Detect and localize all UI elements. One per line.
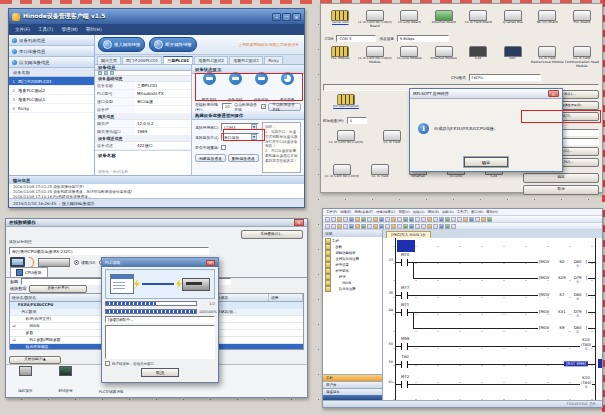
sidebar-section-devices[interactable]: 设备列表信息: [9, 35, 94, 46]
tool-button[interactable]: 时钟设置: [58, 366, 72, 396]
output-log-body[interactable]: 2016/11/08 17:01:25 设备连接信息打开!2016/11/08 …: [9, 184, 304, 198]
menu-item[interactable]: 管理(M): [61, 27, 77, 32]
device-tab[interactable]: Ricky: [264, 56, 283, 64]
interface-option[interactable]: Serial USB: [323, 10, 358, 34]
manual-detect-button[interactable]: 手动检测设备在线: [268, 103, 301, 111]
interval-input[interactable]: 10: [222, 103, 232, 110]
menu-item[interactable]: 帮助(H): [86, 27, 102, 32]
cancel-button[interactable]: 取消: [523, 185, 599, 195]
time-check-field[interactable]: 5: [347, 117, 367, 124]
ladder-editor-tab[interactable]: [PRG]写入 MAIN 1步: [386, 231, 431, 238]
toolbar-row-2[interactable]: [323, 223, 602, 230]
device-list-item[interactable]: 4 Ricky: [9, 104, 94, 113]
menu-item[interactable]: 编辑(E): [340, 210, 351, 214]
interface-option[interactable]: CC IE Field Board: [461, 10, 496, 34]
toolbar-row-1[interactable]: [323, 216, 602, 223]
menu-item[interactable]: 搜索/替换(F): [354, 210, 373, 214]
melsoft-ok-button[interactable]: 确定: [464, 157, 508, 167]
com-port-field[interactable]: COM 3: [336, 35, 376, 42]
network-option[interactable]: CC IE Cont NET/10(H): [323, 130, 369, 151]
property-row[interactable]: 网关通讯端口1989: [95, 128, 191, 136]
menu-item[interactable]: 文件(F): [15, 27, 30, 32]
close-button[interactable]: ✕: [292, 13, 301, 21]
interface-option[interactable]: PLC Board: [565, 10, 600, 34]
device-tab[interactable]: 西门子200PLC01: [122, 56, 162, 64]
cpu-module-tab[interactable]: CPU模块: [10, 267, 48, 277]
sidebar-section-serial[interactable]: 串口连接信息: [9, 46, 94, 57]
menu-item[interactable]: 诊断(D): [442, 210, 454, 214]
sidebar-section-ethernet[interactable]: 以太网连接信息: [9, 57, 94, 68]
device-tab[interactable]: 三菱PLC01: [163, 56, 193, 64]
interface-option[interactable]: Q Series Bus: [496, 10, 531, 34]
navigation-tab-button[interactable]: 连接目标: [323, 388, 382, 395]
delete-channel-button[interactable]: 删除连接通道: [228, 154, 259, 162]
project-tree-item[interactable]: 软元件注释: [325, 286, 380, 292]
baud-field[interactable]: 9.6Kbps: [397, 35, 449, 42]
close-icon[interactable]: ✕: [548, 90, 559, 97]
titlebar[interactable]: Hinode设备管理客户端 v1.5 ─ □ ✕: [9, 9, 304, 24]
dialog-titlebar[interactable]: 在线数据操作 ✕: [6, 219, 307, 227]
device-tab[interactable]: 海青PLC测试1: [229, 56, 263, 64]
property-row[interactable]: 接口类型串口连接: [95, 98, 191, 106]
progress-titlebar[interactable]: PLC读取 ✕: [102, 258, 218, 267]
device-list-item[interactable]: 1 西门子200PLC01: [9, 77, 94, 86]
menu-item[interactable]: 窗口(W): [471, 210, 483, 214]
navigation-tab-button[interactable]: 用户库: [323, 381, 382, 388]
menu-item[interactable]: 工具(T): [457, 210, 468, 214]
interface-option[interactable]: CC IE Cont NET/10(H) Module: [358, 46, 393, 72]
device-list-item[interactable]: 2 海青PLC测试2: [9, 86, 94, 95]
device-tab[interactable]: 海青PLC测试2: [194, 56, 228, 64]
interface-option[interactable]: CC-Link Board: [392, 10, 427, 34]
relay-checkbox[interactable]: [221, 145, 226, 150]
property-row[interactable]: 设备IP: [95, 106, 191, 114]
minimize-button[interactable]: ─: [272, 13, 281, 21]
maximize-button[interactable]: □: [282, 13, 291, 21]
property-row[interactable]: 网关IP12.0.0.2: [95, 120, 191, 128]
row-checkbox[interactable]: ☑: [10, 324, 18, 328]
close-icon[interactable]: ✕: [206, 260, 215, 266]
property-row[interactable]: 设备名称三菱PLC01: [95, 82, 191, 90]
system-image-button[interactable]: 系统图像(G)...: [241, 230, 303, 239]
interface-option[interactable]: PLC Module: [323, 46, 358, 72]
interface-option[interactable]: Ethernet Board: [427, 10, 462, 34]
menu-item[interactable]: 转换/编译(C): [376, 210, 395, 214]
interface-option[interactable]: Ethernet Module: [427, 46, 462, 72]
serial-port-combobox[interactable]: COM3▼: [221, 123, 259, 131]
tool-button[interactable]: 远程操作: [18, 366, 32, 396]
interface-option[interactable]: CC-Link Module: [392, 46, 427, 72]
ok-button[interactable]: 确定: [523, 173, 599, 183]
navigation-tab-button[interactable]: 工程: [323, 374, 382, 381]
progress-result-list[interactable]: [105, 325, 215, 359]
connect-mode-combobox[interactable]: 串口连接▼: [221, 133, 259, 141]
connect-network-button[interactable]: 接入网络链接: [98, 37, 145, 52]
menu-item[interactable]: 调试(B): [428, 210, 439, 214]
interface-option[interactable]: CC IE Cont NET/10(H) Board: [358, 10, 393, 34]
interface-option[interactable]: C24: [461, 46, 496, 72]
auto-close-checkbox[interactable]: [105, 361, 110, 366]
coexistence-option[interactable]: CC IE Field: [361, 164, 399, 185]
interface-option[interactable]: NET(II) Board: [530, 10, 565, 34]
row-checkbox[interactable]: ☑: [10, 338, 18, 342]
coexistence-option[interactable]: CC IE Cont NET/10(H): [323, 164, 361, 185]
menu-item[interactable]: 工具(T): [38, 27, 53, 32]
cpu-mode-field[interactable]: FXCPU: [469, 74, 541, 81]
ladder-canvas[interactable]: 33 M70 MOVK0D800 MOVK29D790 38 M77 MOVK7…: [383, 238, 602, 400]
read-radio[interactable]: 读取(U): [74, 260, 95, 265]
device-tab[interactable]: 网站主页: [97, 56, 121, 64]
interface-option[interactable]: CC IE Field Master/Local Module: [530, 46, 565, 72]
disconnect-network-button[interactable]: 断开网络链接: [149, 37, 196, 52]
device-list-item[interactable]: 3 海青PLC测试1: [9, 95, 94, 104]
menu-item[interactable]: 帮助(H): [486, 210, 498, 214]
menu-item[interactable]: 工程(P): [326, 210, 337, 214]
property-row[interactable]: PLC型号Mitsubishi-FX: [95, 90, 191, 98]
auto-detect-checkbox[interactable]: ✓: [261, 104, 266, 109]
cancel-button[interactable]: 取消: [141, 368, 179, 377]
property-row[interactable]: 设备描述422接口: [95, 142, 191, 150]
melsoft-dialog-titlebar[interactable]: MELSOFT 应用程序 ✕: [410, 89, 562, 99]
no-specification-option[interactable]: No Specification: [323, 94, 369, 109]
related-functions-button[interactable]: 关联功能(F)▲: [9, 356, 61, 364]
close-icon[interactable]: ✕: [294, 219, 304, 226]
interface-option[interactable]: GOT: [496, 46, 531, 72]
param-program-button[interactable]: 参数+程序(P): [29, 285, 87, 293]
interface-option[interactable]: CC IE Field Communication Head Module: [565, 46, 600, 72]
